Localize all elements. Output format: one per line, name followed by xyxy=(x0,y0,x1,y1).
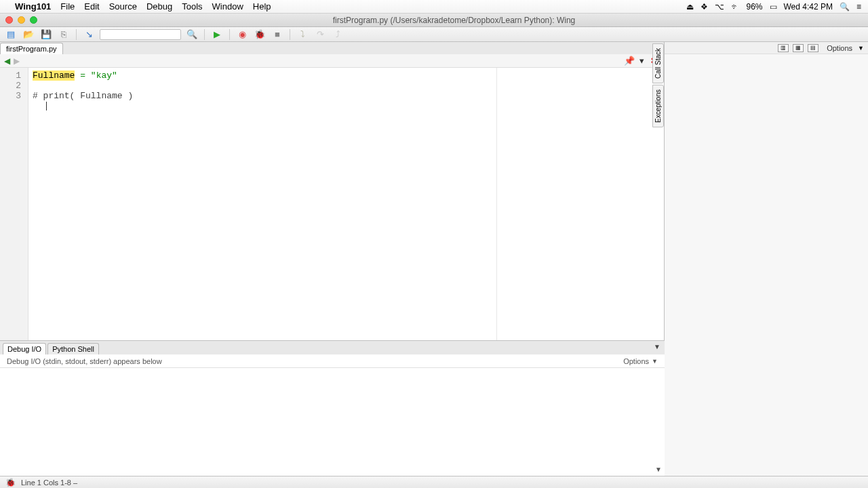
step-out-icon[interactable]: ⤴ xyxy=(331,28,344,41)
menu-edit[interactable]: Edit xyxy=(84,1,99,12)
step-into-icon[interactable]: ⤵ xyxy=(296,28,309,41)
status-text: Line 1 Cols 1-8 – xyxy=(21,479,77,487)
share-icon[interactable]: ⏏ xyxy=(686,2,694,12)
menu-file[interactable]: File xyxy=(60,1,75,12)
code-line-4[interactable] xyxy=(33,101,660,111)
stop-icon[interactable]: ■ xyxy=(271,28,284,41)
new-file-icon[interactable]: ▤ xyxy=(4,28,18,41)
side-pane: Call Stack Exceptions ▥ ▦ ▤ Options ▼ xyxy=(665,42,868,483)
code-line-3[interactable]: # print( Fullname ) xyxy=(33,91,660,101)
main-toolbar: ▤ 📂 💾 ⎘ ↘ 🔍 ▶ ◉ 🐞 ■ ⤵ ↷ ⤴ xyxy=(0,27,868,42)
wifi-icon[interactable]: ᯤ xyxy=(731,2,739,12)
run-icon[interactable]: ▶ xyxy=(210,28,224,41)
menu-window[interactable]: Window xyxy=(212,1,243,12)
status-bar: 🐞 Line 1 Cols 1-8 – xyxy=(0,476,868,488)
nav-forward-icon[interactable]: ▶ xyxy=(14,56,23,66)
nav-back-icon[interactable]: ◀ xyxy=(4,56,14,66)
debug-bug-icon[interactable]: 🐞 xyxy=(253,28,267,41)
open-file-icon[interactable]: 📂 xyxy=(22,28,35,41)
line-number: 3 xyxy=(3,91,21,101)
dropbox-icon[interactable]: ❖ xyxy=(701,2,708,12)
minimize-window-button[interactable] xyxy=(18,16,25,24)
menu-source[interactable]: Source xyxy=(109,1,137,12)
editor-header: ◀ ▶ 📌 ▾ ✖ xyxy=(0,54,664,68)
goto-icon[interactable]: ↘ xyxy=(82,28,96,41)
search-input[interactable] xyxy=(100,29,181,40)
file-tab-firstprogram[interactable]: firstProgram.py xyxy=(0,43,63,54)
clock: Wed 4:42 PM xyxy=(784,2,833,12)
window-title: firstProgram.py (/Users/kakradetome/Drop… xyxy=(45,16,863,25)
zoom-window-button[interactable] xyxy=(30,16,37,24)
text-cursor xyxy=(46,102,47,110)
menu-help[interactable]: Help xyxy=(253,1,271,12)
layout-icon-1[interactable]: ▥ xyxy=(778,44,789,52)
side-options[interactable]: Options xyxy=(827,44,852,52)
battery-icon: ▭ xyxy=(770,2,777,12)
close-window-button[interactable] xyxy=(5,16,13,24)
debug-panel: Debug I/O Python Shell ▼ Debug I/O (stdi… xyxy=(0,340,665,476)
vtab-call-stack[interactable]: Call Stack xyxy=(652,43,664,83)
search-icon[interactable]: 🔍 xyxy=(185,28,199,41)
tab-python-shell[interactable]: Python Shell xyxy=(47,343,99,354)
chevron-down-icon[interactable]: ▼ xyxy=(858,45,864,52)
menu-icon[interactable]: ≡ xyxy=(856,2,861,12)
spotlight-icon[interactable]: 🔍 xyxy=(840,2,850,12)
line-number: 1 xyxy=(3,70,21,81)
line-number: 2 xyxy=(3,81,21,91)
menu-tools[interactable]: Tools xyxy=(182,1,202,12)
dropdown-icon[interactable]: ▾ xyxy=(635,56,648,66)
tab-debug-io[interactable]: Debug I/O xyxy=(3,343,46,354)
window-titlebar: firstProgram.py (/Users/kakradetome/Drop… xyxy=(0,14,868,27)
battery-percent: 96% xyxy=(746,2,762,12)
scroll-indicator-icon: ▼ xyxy=(655,466,662,473)
code-line-2[interactable] xyxy=(33,81,660,91)
pin-icon[interactable]: 📌 xyxy=(623,56,635,66)
menu-debug[interactable]: Debug xyxy=(146,1,172,12)
vtab-exceptions[interactable]: Exceptions xyxy=(652,85,664,127)
save-icon[interactable]: 💾 xyxy=(39,28,53,41)
debug-options[interactable]: Options xyxy=(623,357,649,365)
step-over-icon[interactable]: ↷ xyxy=(313,28,327,41)
debug-desc: Debug I/O (stdin, stdout, stderr) appear… xyxy=(7,357,162,365)
debug-output-area[interactable] xyxy=(0,368,665,476)
mac-menubar: Wing101 File Edit Source Debug Tools Win… xyxy=(0,0,868,14)
debug-stop-point-icon[interactable]: ◉ xyxy=(235,28,249,41)
save-all-icon[interactable]: ⎘ xyxy=(57,28,71,41)
file-tabs: firstProgram.py xyxy=(0,42,664,54)
code-line-1[interactable]: Fullname = "kay" xyxy=(33,70,660,81)
status-bug-icon[interactable]: 🐞 xyxy=(5,478,16,487)
chevron-down-icon[interactable]: ▼ xyxy=(652,358,658,365)
panel-dropdown-icon[interactable]: ▼ xyxy=(654,343,660,350)
layout-icon-3[interactable]: ▤ xyxy=(808,44,818,52)
layout-icon-2[interactable]: ▦ xyxy=(793,44,804,52)
bluetooth-icon[interactable]: ⌥ xyxy=(715,2,724,12)
app-name[interactable]: Wing101 xyxy=(15,1,51,12)
